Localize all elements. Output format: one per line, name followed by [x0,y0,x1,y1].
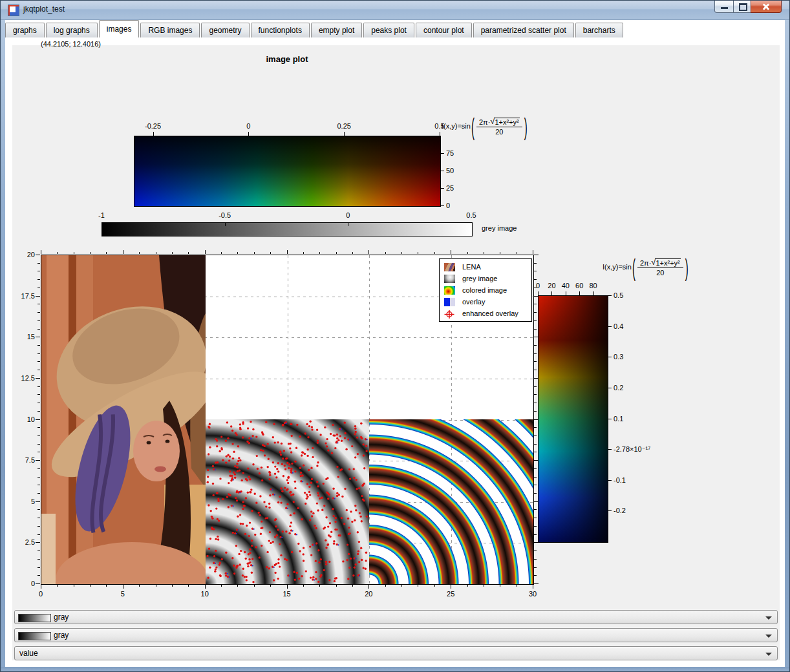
tick [37,353,40,354]
tab-functionplots[interactable]: functionplots [251,23,310,37]
tab-images[interactable]: images [99,20,140,37]
close-icon [762,2,771,11]
tick [534,403,537,403]
tick [37,263,40,264]
legend-item: enhanced overlay [440,308,531,319]
tick [608,357,612,357]
tick [36,460,40,461]
colored-thumb [444,286,455,295]
tick [221,252,222,254]
close-button[interactable] [751,0,782,13]
tick [37,304,40,304]
tick [608,480,612,481]
tick-label: 0.3 [614,353,623,361]
legend-label: colored image [462,286,507,294]
tick [534,436,537,436]
tick [534,477,537,478]
tick [37,493,40,494]
tick [37,436,40,436]
tick [36,542,40,543]
tab-parametrized-scatter-plot[interactable]: parametrized scatter plot [473,23,574,37]
maximize-button[interactable] [733,0,752,13]
tab-geometry[interactable]: geometry [201,23,249,37]
tick [205,585,206,589]
tick-label: 7.5 [6,456,35,465]
colored-image-colorbar [134,136,441,207]
titlebar[interactable]: jkqtplot_test [0,0,790,20]
tick [517,585,517,587]
tick [319,252,320,254]
tick [36,337,40,337]
tick [225,223,226,226]
tick [37,361,40,362]
tick [534,345,537,346]
tick [37,394,40,395]
tick-label: 50 [446,167,454,175]
tick [41,250,41,254]
tick [90,252,91,254]
combo-label: gray [54,613,69,622]
tick [534,468,537,469]
tab-graphs[interactable]: graphs [5,23,45,37]
tick [401,585,402,587]
tick [37,271,40,271]
plot-title: image plot [266,54,308,64]
tick [153,132,154,136]
tick [534,337,539,337]
tick [500,585,500,587]
paren-close: ) [524,112,528,140]
colormap-combo-2[interactable]: gray [14,628,778,642]
tick [451,585,451,589]
tick [533,585,533,589]
tick [139,585,140,587]
tick [451,250,451,254]
tick [608,295,612,296]
tick [336,252,337,254]
legend-label: grey image [462,275,497,282]
window-border-right [785,0,790,672]
formula-numerator: 2π· [479,118,490,126]
window-title: jkqtplot_test [23,5,65,14]
tick [534,304,537,304]
tab-peaks-plot[interactable]: peaks plot [363,23,414,37]
tick-label: 15 [283,590,290,598]
tick [57,252,58,254]
tab-barcharts[interactable]: barcharts [575,23,623,37]
plot-canvas[interactable]: LENAgrey imagecolored imageoverlayenhanc… [41,255,534,585]
tick-label: 10 [6,415,35,424]
tick [37,477,40,478]
tick [37,370,40,370]
tick [37,411,40,412]
tab-log-graphs[interactable]: log graphs [46,23,98,37]
tick [534,542,539,543]
tick-label: 40 [562,282,570,290]
tick [368,585,369,589]
grey-image-colorbar [101,222,473,236]
tick [467,252,468,254]
tab-empty-plot[interactable]: empty plot [311,23,362,37]
colormap-combo-1[interactable]: gray [14,610,778,624]
tick [551,291,552,295]
tick-label: 15 [6,333,35,341]
tick [534,370,537,370]
colormap-swatch [18,632,51,640]
tick [441,205,444,206]
tick-label: 0 [346,211,350,220]
tick [608,388,612,388]
tick [156,252,156,254]
tick [534,501,539,502]
minimize-button[interactable] [714,0,734,13]
tab-contour-plot[interactable]: contour plot [416,23,472,37]
tick [593,291,594,295]
grey-image-colorbar-label: grey image [482,224,517,232]
tick [534,493,537,494]
tick [418,585,418,587]
tick-label: 0 [39,590,43,598]
colormap-combo-3[interactable]: value [14,646,778,660]
tick-label: 2.5 [6,538,35,547]
tick [566,291,566,295]
crosshair-icon [444,310,455,318]
tick [37,444,40,445]
tab-RGB-images[interactable]: RGB images [140,23,200,37]
tick [534,279,537,280]
